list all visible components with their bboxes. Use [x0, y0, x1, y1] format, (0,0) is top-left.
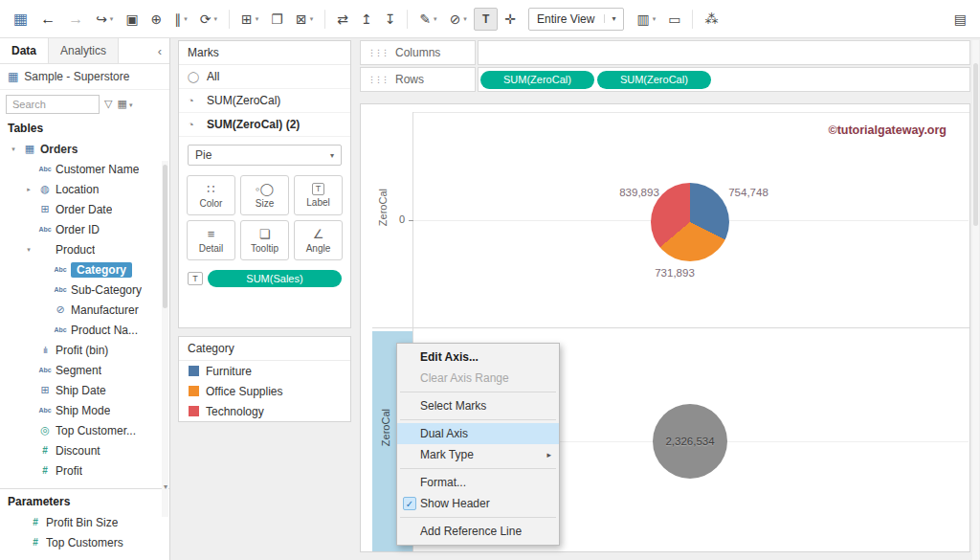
- marks-card-zerocal-1[interactable]: ◔ SUM(ZeroCal): [179, 89, 350, 113]
- axis-bottom-label[interactable]: ZeroCal: [380, 409, 391, 446]
- show-hide-cards-icon[interactable]: ▥: [631, 7, 661, 32]
- field-label: Sub-Category: [71, 283, 142, 297]
- swap-rows-columns-icon[interactable]: ⇄: [331, 7, 354, 32]
- field-row[interactable]: Abc Ship Mode: [0, 400, 169, 420]
- filter-icon[interactable]: ▽: [104, 98, 112, 110]
- fix-axes-icon[interactable]: ✛: [499, 7, 522, 32]
- save-icon[interactable]: ▣: [120, 7, 144, 32]
- fit-selector[interactable]: Entire View: [528, 8, 625, 31]
- menu-item-dual-axis[interactable]: Dual Axis: [397, 423, 559, 444]
- show-mark-labels-icon[interactable]: T: [474, 8, 498, 31]
- menu-item-label: Add Reference Line: [420, 525, 522, 538]
- share-icon[interactable]: ⁂: [699, 7, 724, 32]
- pane-tabs: Data Analytics ‹: [0, 38, 169, 64]
- legend-item[interactable]: Technology: [179, 401, 350, 421]
- field-row[interactable]: ◎ Top Customer...: [0, 420, 169, 440]
- legend-item[interactable]: Furniture: [179, 361, 350, 381]
- mark-card-label: SUM(ZeroCal): [207, 94, 280, 107]
- datasource-row[interactable]: ▦ Sample - Superstore: [0, 64, 169, 90]
- highlight-icon[interactable]: ✎: [413, 7, 442, 32]
- sort-ascending-icon[interactable]: ↥: [355, 7, 378, 32]
- chevron-down-icon: ▾: [330, 151, 334, 160]
- window-scrollbar[interactable]: [972, 40, 979, 560]
- field-row[interactable]: Abc Order ID: [0, 219, 169, 239]
- marks-card-zerocal-2[interactable]: ◔ SUM(ZeroCal) (2): [179, 113, 350, 137]
- color-button[interactable]: ∷ Color: [187, 175, 235, 215]
- size-button[interactable]: ◦◯ Size: [240, 175, 289, 215]
- new-worksheet-icon[interactable]: ⊞: [235, 7, 264, 32]
- expand-icon[interactable]: ▾: [8, 146, 19, 153]
- label-button[interactable]: T Label: [294, 175, 343, 215]
- mark-card-icon: ◔: [188, 95, 207, 106]
- menu-item-clear-axis-range[interactable]: Clear Axis Range: [397, 368, 559, 389]
- tab-analytics[interactable]: Analytics: [48, 38, 119, 63]
- field-row[interactable]: ▾ Product: [0, 239, 169, 259]
- menu-item-format[interactable]: Format...: [397, 472, 559, 493]
- rows-pill[interactable]: SUM(ZeroCal): [597, 71, 711, 89]
- field-row[interactable]: ⊘ Manufacturer: [0, 300, 169, 320]
- parameters-section: Parameters # Profit Bin Size # Top Custo…: [0, 488, 169, 552]
- menu-item-label: Show Header: [420, 497, 490, 510]
- show-me-icon[interactable]: ▤: [948, 7, 972, 32]
- tab-data[interactable]: Data: [0, 38, 48, 63]
- presentation-mode-icon[interactable]: ▭: [662, 7, 686, 32]
- mark-type-select[interactable]: Pie ▾: [188, 145, 342, 166]
- field-row[interactable]: Abc Product Na...: [0, 320, 169, 340]
- marks-card-all[interactable]: ◯ All: [179, 65, 350, 89]
- menu-item-select-marks[interactable]: Select Marks: [397, 395, 559, 416]
- field-row[interactable]: # Profit: [0, 460, 169, 481]
- detail-button[interactable]: ≡ Detail: [187, 220, 235, 260]
- parameter-row[interactable]: # Profit Bin Size: [0, 512, 169, 532]
- angle-button[interactable]: ∠ Angle: [294, 220, 343, 260]
- axis-top-label[interactable]: ZeroCal: [377, 189, 389, 226]
- field-row[interactable]: # Discount: [0, 440, 169, 460]
- columns-shelf[interactable]: [478, 40, 970, 65]
- rows-shelf[interactable]: SUM(ZeroCal) SUM(ZeroCal): [478, 67, 970, 92]
- sidebar-scrollbar[interactable]: [162, 161, 168, 517]
- circle-mark[interactable]: 2,326,534: [653, 404, 727, 479]
- field-row[interactable]: ⊞ Ship Date: [0, 380, 169, 400]
- collapse-pane-icon[interactable]: ‹: [150, 38, 169, 63]
- marks-pill[interactable]: SUM(Sales): [208, 270, 342, 287]
- mark-type-value: Pie: [195, 148, 212, 162]
- legend-title: Category: [179, 337, 350, 361]
- toolbar-separator: [692, 10, 693, 29]
- marks-card: Marks ◯ All ◔ SUM(ZeroCal) ◔ SUM(ZeroCal…: [178, 40, 351, 328]
- scroll-down-icon[interactable]: ▾: [164, 482, 167, 491]
- menu-item-edit-axis[interactable]: Edit Axis...: [397, 347, 559, 368]
- forward-icon[interactable]: →: [62, 7, 89, 32]
- menu-item-add-reference-line[interactable]: Add Reference Line: [397, 521, 559, 542]
- field-row[interactable]: Abc Segment: [0, 360, 169, 380]
- refresh-icon[interactable]: ⟳: [194, 7, 223, 32]
- field-row[interactable]: Abc Customer Name: [0, 159, 169, 179]
- field-type-icon: #: [34, 445, 56, 456]
- pause-updates-icon[interactable]: ∥: [168, 7, 193, 32]
- back-icon[interactable]: ←: [34, 7, 61, 32]
- menu-item-label: Select Marks: [420, 399, 486, 413]
- redo-icon[interactable]: ↪: [90, 7, 119, 32]
- pie-chart[interactable]: [651, 183, 729, 261]
- field-row[interactable]: Abc Category: [0, 259, 169, 280]
- new-datasource-icon[interactable]: ⊕: [145, 7, 168, 32]
- legend-item[interactable]: Office Supplies: [179, 381, 350, 401]
- search-input[interactable]: [6, 95, 100, 114]
- parameter-row[interactable]: # Top Customers: [0, 532, 169, 552]
- field-row[interactable]: ▸ ◍ Location: [0, 179, 169, 199]
- field-row[interactable]: ⊞ Order Date: [0, 199, 169, 219]
- tooltip-button[interactable]: ❏ Tooltip: [240, 220, 289, 260]
- rows-pill[interactable]: SUM(ZeroCal): [480, 71, 594, 89]
- tableau-logo-icon[interactable]: ▦: [8, 7, 33, 32]
- view-options-icon[interactable]: ▦: [117, 98, 132, 110]
- field-row[interactable]: ılı Profit (bin): [0, 340, 169, 360]
- menu-item-show-header[interactable]: ✓ Show Header: [397, 493, 559, 514]
- sort-descending-icon[interactable]: ↧: [379, 7, 402, 32]
- field-row[interactable]: Abc Sub-Category: [0, 280, 169, 300]
- expand-icon[interactable]: ▾: [23, 246, 34, 254]
- field-row[interactable]: ▾ ▦ Orders: [0, 139, 169, 159]
- menu-item-mark-type[interactable]: Mark Type: [397, 444, 559, 465]
- menu-item-label: Edit Axis...: [420, 350, 479, 364]
- expand-icon[interactable]: ▸: [23, 186, 34, 193]
- clear-sheet-icon[interactable]: ⊠: [290, 7, 319, 32]
- paperclip-icon[interactable]: ⊘: [444, 7, 473, 32]
- duplicate-sheet-icon[interactable]: ❐: [265, 7, 289, 32]
